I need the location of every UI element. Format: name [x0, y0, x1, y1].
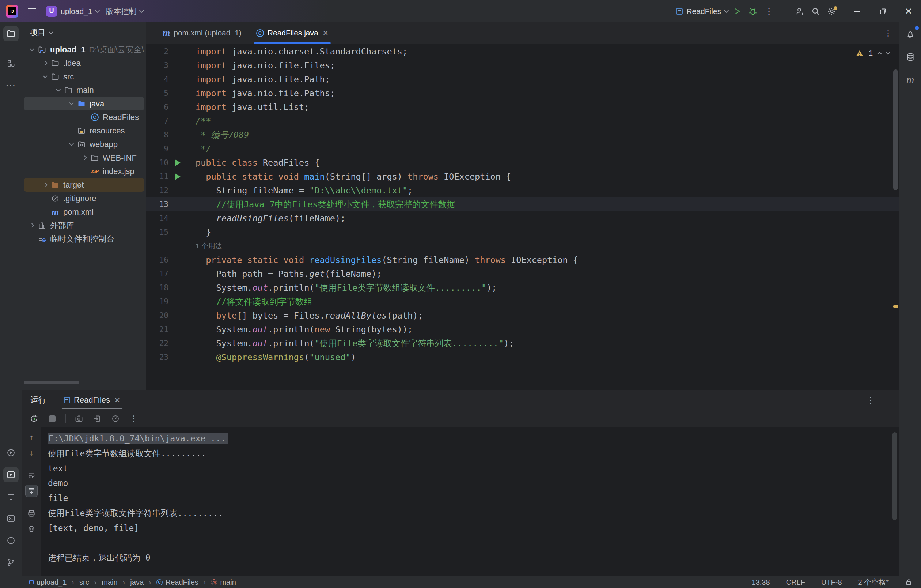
breadcrumb-item-ReadFiles[interactable]: CReadFiles	[156, 578, 199, 586]
settings-button[interactable]	[825, 4, 839, 19]
print-button[interactable]	[25, 507, 37, 520]
close-icon[interactable]: ✕	[323, 29, 329, 37]
database-tool-button[interactable]	[903, 49, 918, 65]
code-line-11[interactable]: 11 public static void main(String[] args…	[146, 170, 899, 184]
code-line-7[interactable]: 7/**	[146, 114, 899, 128]
code-line-5[interactable]: 5import java.nio.file.Paths;	[146, 86, 899, 100]
project-tool-button[interactable]	[3, 26, 19, 41]
tree-item-index.jsp[interactable]: JSPindex.jsp	[24, 165, 144, 178]
chevron-down-icon[interactable]	[885, 50, 890, 55]
code-line-18[interactable]: 18 System.out.println("使用File类字节数组读取文件..…	[146, 281, 899, 295]
console-scrollbar[interactable]	[892, 432, 897, 520]
breadcrumb-item-upload_1[interactable]: upload_1	[29, 578, 67, 586]
search-button[interactable]	[809, 4, 823, 19]
project-panel-header[interactable]: 项目	[22, 22, 146, 43]
tree-item-ReadFiles[interactable]: CReadFiles	[24, 111, 144, 124]
project-widget[interactable]: U upload_1	[46, 4, 99, 19]
tree-item-_[interactable]: 临时文件和控制台	[24, 232, 144, 246]
chevron-right-icon[interactable]	[82, 155, 87, 160]
tree-item-pom.xml[interactable]: mpom.xml	[24, 205, 144, 219]
run-line-icon[interactable]	[175, 173, 181, 180]
tab-options-button[interactable]: ⋮	[884, 28, 892, 38]
profiler-button[interactable]	[109, 412, 122, 425]
run-panel-title[interactable]: 运行	[30, 394, 46, 406]
console[interactable]: ↑ ↓ E:\JDK\jdk1.8.0_74\bin\java.exe ...使…	[22, 427, 899, 576]
code-line-20[interactable]: 20 byte[] bytes = Files.readAllBytes(pat…	[146, 309, 899, 323]
tree-item-main[interactable]: main	[24, 83, 144, 97]
chevron-down-icon[interactable]	[43, 73, 47, 78]
code-line-16[interactable]: 16 private static void readUsingFiles(St…	[146, 253, 899, 267]
clear-console-button[interactable]	[25, 523, 37, 535]
indent-widget[interactable]: 2 个空格*	[858, 577, 889, 587]
chevron-down-icon[interactable]	[56, 87, 61, 92]
code-line-8[interactable]: 8 * 编号7089	[146, 128, 899, 142]
minimize-button[interactable]	[850, 4, 865, 19]
chevron-down-icon[interactable]	[69, 141, 74, 146]
horizontal-scrollbar[interactable]	[24, 381, 79, 384]
breadcrumb-item-src[interactable]: src	[79, 578, 89, 586]
stop-button[interactable]	[46, 412, 59, 425]
tree-item-.idea[interactable]: .idea	[24, 56, 144, 70]
usage-inlay-hint[interactable]: 1 个用法	[146, 239, 899, 253]
code-line-4[interactable]: 4import java.nio.file.Path;	[146, 72, 899, 86]
code-line-22[interactable]: 22 System.out.println("使用File类字读取文件字符串列表…	[146, 336, 899, 350]
thread-dump-button[interactable]	[72, 412, 86, 425]
up-stacktrace-button[interactable]: ↑	[25, 431, 37, 443]
code-line-23[interactable]: 23 @SuppressWarnings("unused")	[146, 350, 899, 364]
tree-item-webapp[interactable]: webapp	[24, 137, 144, 151]
tree-item-src[interactable]: src	[24, 70, 144, 83]
run-line-icon[interactable]	[175, 160, 181, 166]
editor-scrollbar[interactable]	[893, 70, 898, 190]
run-tab[interactable]: ReadFiles ✕	[62, 390, 122, 410]
debug-button[interactable]	[745, 4, 760, 19]
code-line-9[interactable]: 9 */	[146, 142, 899, 156]
tree-item-WEB-INF[interactable]: WEB-INF	[24, 151, 144, 165]
code-line-13[interactable]: 13 //使用Java 7中的Files类处理小文件，获取完整的文件数据	[146, 197, 899, 211]
code-line-17[interactable]: 17 Path path = Paths.get(fileName);	[146, 267, 899, 281]
build-tool-button[interactable]	[3, 489, 19, 504]
structure-tool-button[interactable]	[3, 55, 19, 71]
encoding-widget[interactable]: UTF-8	[821, 578, 842, 586]
code-line-10[interactable]: 10public class ReadFiles {	[146, 156, 899, 170]
code-line-3[interactable]: 3import java.nio.file.Files;	[146, 59, 899, 72]
breadcrumb-item-java[interactable]: java	[130, 578, 144, 586]
close-button[interactable]: ✕	[901, 4, 916, 19]
breadcrumb-item-main[interactable]: main	[102, 578, 117, 586]
more-actions-button[interactable]: ⋮	[762, 4, 776, 19]
code-line-6[interactable]: 6import java.util.List;	[146, 100, 899, 114]
tree-item-_[interactable]: 外部库	[24, 219, 144, 232]
problems-tool-button[interactable]	[3, 533, 19, 548]
editor-tab-pom.xml_upload_1_[interactable]: mpom.xml (upload_1)	[155, 22, 249, 44]
soft-wrap-button[interactable]	[25, 469, 37, 482]
tree-item-target[interactable]: target	[24, 178, 144, 192]
chevron-right-icon[interactable]	[43, 182, 47, 187]
tree-item-java[interactable]: java	[24, 97, 144, 111]
main-menu-button[interactable]	[25, 4, 39, 19]
add-user-button[interactable]	[792, 4, 807, 19]
terminal-tool-button[interactable]	[3, 511, 19, 526]
tree-item-.gitignore[interactable]: .gitignore	[24, 192, 144, 205]
code-line-12[interactable]: 12 String fileName = "D:\\abc\\demo.txt"…	[146, 184, 899, 197]
code-line-21[interactable]: 21 System.out.println(new String(bytes))…	[146, 323, 899, 336]
tree-item-upload_1[interactable]: upload_1D:\桌面\云安全\Java	[24, 43, 144, 56]
inspection-widget[interactable]: 1	[856, 49, 890, 57]
close-icon[interactable]: ✕	[114, 396, 120, 404]
git-tool-button[interactable]	[3, 555, 19, 570]
editor-tab-ReadFiles.java[interactable]: CReadFiles.java✕	[249, 22, 336, 44]
warning-stripe-mark[interactable]	[893, 305, 898, 308]
run-panel-options-button[interactable]: ⋮	[866, 395, 875, 405]
chevron-up-icon[interactable]	[877, 52, 882, 56]
tree-item-resources[interactable]: resources	[24, 124, 144, 137]
run-config-widget[interactable]: ReadFiles	[676, 4, 728, 19]
code-line-15[interactable]: 15 }	[146, 225, 899, 239]
vcs-widget[interactable]: 版本控制	[106, 4, 143, 19]
chevron-down-icon[interactable]	[69, 101, 74, 105]
rerun-button[interactable]	[28, 412, 41, 425]
console-more-button[interactable]: ⋮	[127, 412, 140, 425]
more-tool-windows-button[interactable]: ⋯	[3, 78, 19, 93]
breadcrumb-item-main[interactable]: mmain	[211, 578, 236, 586]
code-line-14[interactable]: 14 readUsingFiles(fileName);	[146, 211, 899, 225]
line-ending-widget[interactable]: CRLF	[786, 578, 805, 586]
restore-button[interactable]	[876, 4, 890, 19]
code-line-2[interactable]: 2import java.nio.charset.StandardCharset…	[146, 45, 899, 59]
